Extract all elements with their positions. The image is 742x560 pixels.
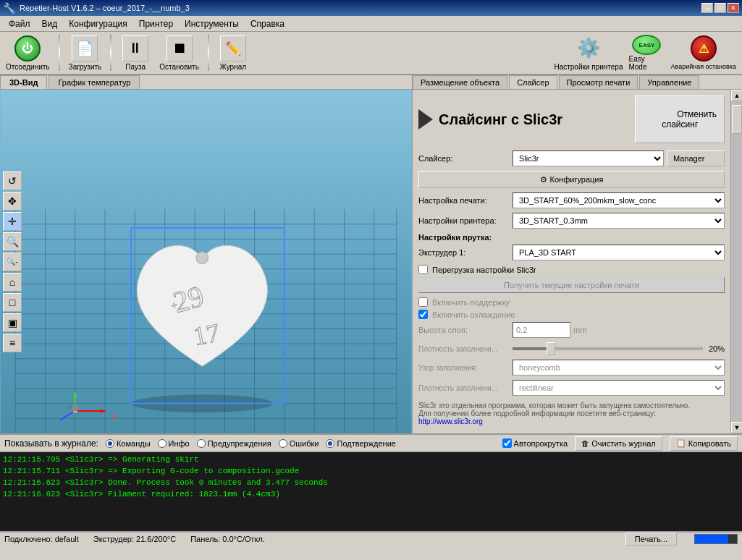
slicer-select[interactable]: Slic3r — [513, 150, 664, 166]
extruder-temp: Экструдер: 21.6/200°C — [93, 535, 176, 543]
reload-settings-checkbox[interactable] — [418, 265, 428, 274]
fill-density-slider[interactable] — [513, 342, 703, 355]
zoom-in-tool[interactable]: 🔍 — [3, 232, 22, 251]
right-content: Слайсинг с Slic3r Отменить слайсинг Слай… — [413, 90, 742, 433]
window-title: Repetier-Host V1.6.2 – coeur_2017_-__num… — [20, 4, 701, 12]
tab-control[interactable]: Управление — [639, 75, 699, 89]
right-panel: Размещение объекта Слайсер Просмотр печа… — [413, 75, 742, 433]
print-button[interactable]: Печать... — [625, 533, 677, 546]
viewport-tools: ↺ ✥ ✛ 🔍 🔍- ⌂ □ ▣ ≡ — [3, 171, 22, 352]
maximize-button[interactable]: □ — [714, 3, 726, 13]
close-button[interactable]: ✕ — [728, 3, 739, 13]
reload-settings-label: Перегрузка настройки Slic3r — [432, 266, 536, 274]
3d-viewport[interactable]: 29 17 + — [0, 90, 412, 433]
bed-temp: Панель: 0.0°C/Откл. — [190, 535, 265, 543]
errors-radio[interactable] — [279, 439, 287, 448]
scroll-track[interactable] — [731, 101, 742, 422]
warnings-radio[interactable] — [197, 439, 206, 448]
crosshair-tool[interactable]: ✛ — [3, 212, 22, 231]
fill-pattern-select[interactable]: honeycomb — [513, 360, 725, 376]
info-url[interactable]: http://www.slic3r.org — [418, 417, 725, 425]
menu-printer[interactable]: Принтер — [133, 17, 179, 30]
move-tool[interactable]: ✥ — [3, 192, 22, 211]
print-settings-select[interactable]: 3D_START_60%_200mkm_slow_conc — [513, 192, 725, 208]
filter-errors: Ошибки — [279, 439, 319, 448]
pause-button[interactable]: ⏸ Пауза — [117, 34, 153, 72]
journal-button[interactable]: ✏️ Журнал — [215, 34, 251, 72]
emergency-stop-button[interactable]: ⚠ Аварийная остановка — [667, 34, 739, 72]
tab-slicer[interactable]: Слайсер — [509, 75, 557, 89]
menu-config[interactable]: Конфигурация — [63, 17, 133, 30]
layer-height-input[interactable] — [513, 322, 570, 338]
layer-height-unit: mm — [573, 326, 586, 334]
easy-mode-label: Easy Mode — [628, 55, 665, 71]
tab-object-placement[interactable]: Размещение объекта — [413, 75, 507, 89]
tab-temperature-graph[interactable]: График температур — [49, 75, 140, 89]
log-line-1: 12:21:15.705 <Slic3r> => Generating skir… — [3, 454, 739, 465]
slicer-title-text: Слайсинг с Slic3r — [439, 111, 562, 128]
log-line-3: 12:21:16.623 <Slic3r> Done. Process took… — [3, 477, 739, 488]
enable-cooling-checkbox[interactable] — [418, 310, 428, 319]
printer-settings-label: Настройки принтера — [554, 63, 623, 71]
extruder-select[interactable]: PLA_3D START — [513, 245, 725, 260]
view-tabs: 3D-Вид График температур — [0, 75, 412, 90]
load-button[interactable]: 📄 Загрузить — [66, 34, 105, 72]
autoscroll-option: Автопрокрутка — [502, 438, 568, 448]
cube-tool[interactable]: ▣ — [3, 313, 22, 332]
clear-log-button[interactable]: 🗑 Очистить журнал — [575, 436, 662, 451]
svg-text:17: 17 — [191, 318, 222, 352]
autoscroll-checkbox[interactable] — [502, 438, 512, 448]
menu-file[interactable]: Файл — [3, 17, 36, 30]
scroll-up-arrow[interactable]: ▲ — [731, 90, 742, 101]
box-tool[interactable]: □ — [3, 293, 22, 312]
commands-label: Команды — [117, 439, 151, 448]
tab-print-preview[interactable]: Просмотр печати — [559, 75, 638, 89]
commands-radio[interactable] — [106, 439, 114, 448]
scroll-thumb[interactable] — [732, 105, 742, 134]
info-radio[interactable] — [158, 439, 166, 448]
right-scrollbar[interactable]: ▲ ▼ — [730, 90, 742, 433]
zoom-out-tool[interactable]: 🔍- — [3, 253, 22, 271]
config-button[interactable]: ⚙ Конфигурация — [418, 171, 725, 188]
copy-log-button[interactable]: 📋 Копировать — [670, 436, 738, 451]
menu-tools[interactable]: Инструменты — [179, 17, 245, 30]
disconnect-button[interactable]: ⏻ Отсоединить — [3, 34, 53, 72]
printer-settings-select[interactable]: 3D_START_0.3mm — [513, 213, 725, 229]
minimize-button[interactable]: – — [701, 3, 713, 13]
gear-icon: ⚙ — [540, 175, 547, 184]
easy-mode-icon: EASY — [632, 35, 661, 55]
menu-bar: Файл Вид Конфигурация Принтер Инструмент… — [0, 16, 742, 32]
printer-settings-button[interactable]: ⚙️ Настройки принтера — [551, 34, 625, 72]
copy-icon: 📋 — [676, 438, 686, 448]
fill-density-row: Плотность заполнени... 20% — [418, 342, 725, 355]
extruder-row: Экструдер 1: PLA_3D START — [418, 245, 725, 260]
stop-button[interactable]: ⏹ Остановить — [156, 34, 202, 72]
enable-cooling-row: Включить охлаждение — [418, 310, 725, 319]
easy-mode-button[interactable]: EASY Easy Mode — [628, 35, 665, 71]
slicer-row: Слайсер: Slic3r Manager — [418, 150, 725, 166]
menu-help[interactable]: Справка — [245, 17, 290, 30]
enable-cooling-label: Включить охлаждение — [432, 310, 515, 319]
menu-view[interactable]: Вид — [36, 17, 64, 30]
manager-button[interactable]: Manager — [667, 150, 725, 166]
confirmation-label: Подтверждение — [337, 439, 395, 448]
toolbar-separator-1 — [59, 35, 60, 71]
print-progress-fill — [695, 535, 728, 543]
toolbar: ⏻ Отсоединить 📄 Загрузить ⏸ Пауза ⏹ Оста… — [0, 32, 742, 75]
scroll-down-arrow[interactable]: ▼ — [731, 422, 742, 433]
layer-height-label: Высота слоя: — [418, 326, 513, 334]
lines-tool[interactable]: ≡ — [3, 334, 22, 352]
confirmation-radio[interactable] — [326, 439, 334, 448]
enable-support-checkbox[interactable] — [418, 297, 428, 307]
get-settings-button[interactable]: Получить текущие настройки печати — [418, 277, 725, 293]
rotate-tool[interactable]: ↺ — [3, 171, 22, 190]
fill-type-select[interactable]: rectilinear — [513, 380, 725, 396]
clear-log-label: Очистить журнал — [591, 439, 656, 448]
home-tool[interactable]: ⌂ — [3, 273, 22, 292]
warnings-label: Предупреждения — [208, 439, 271, 448]
slicer-panel: Слайсинг с Slic3r Отменить слайсинг Слай… — [413, 90, 730, 433]
filter-info: Инфо — [158, 439, 190, 448]
tab-3d-view[interactable]: 3D-Вид — [0, 75, 47, 89]
cancel-slicing-button[interactable]: Отменить слайсинг — [635, 96, 725, 143]
show-in-log-label: Показывать в журнале: — [4, 438, 98, 449]
